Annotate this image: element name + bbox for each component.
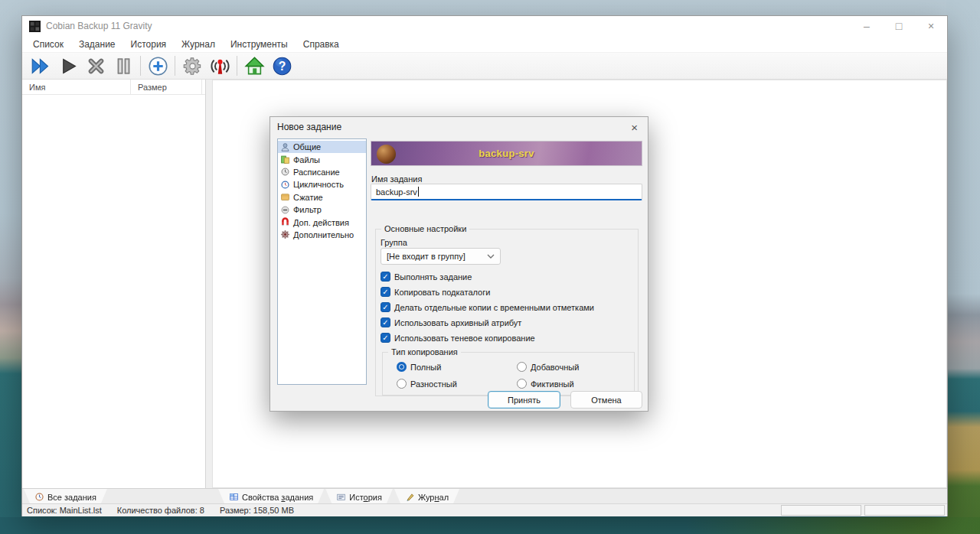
tab-log[interactable]: Журнал [394,489,459,503]
window-title: Cobian Backup 11 Gravity [46,21,851,31]
checkbox-shadow-copy[interactable]: Использовать теневое копирование [381,333,535,343]
pause-button[interactable] [109,54,137,77]
status-file-count: Количество файлов: 8 [117,506,204,515]
section-item-extra-actions[interactable]: Доп. действия [278,216,366,228]
task-banner: backup-srv [371,141,642,166]
toolbar-separator [237,56,237,76]
tab-task-properties[interactable]: Свойства задания [218,489,324,503]
help-button[interactable]: ? [268,54,296,77]
wallpaper-shore [0,517,980,534]
task-name-input[interactable]: backup-srv [371,184,642,200]
checkbox-archive-attribute[interactable]: Использовать архивный атрибут [381,317,521,327]
section-item-compression[interactable]: Сжатие [278,191,366,204]
double-play-icon [31,56,51,77]
tab-label: Все задания [47,493,96,502]
section-item-filter[interactable]: Фильтр [278,204,366,216]
gear-icon [182,56,203,77]
grid-icon [229,492,239,502]
bottom-tab-row: Все задания Свойства задания [22,488,947,503]
home-icon [244,56,265,77]
tab-history[interactable]: История [325,489,393,503]
files-icon [280,155,290,164]
status-list-name: Список: MainList.lst [27,506,102,515]
status-panels [781,505,945,516]
new-task-button[interactable] [144,54,172,77]
dialog-section-list[interactable]: Общие Файлы Расписание [277,138,367,385]
recurrence-icon [280,180,290,190]
banner-task-name: backup-srv [479,148,534,159]
menu-log[interactable]: Журнал [174,37,223,52]
accept-button[interactable]: Принять [488,391,560,409]
home-button[interactable] [240,54,268,77]
checkbox-run-task[interactable]: Выполнять задание [381,272,472,282]
menu-history[interactable]: История [123,37,175,52]
radio-dummy[interactable]: Фиктивный [517,379,626,389]
copy-type-group: Тип копирования Полный Добавочный Раз [382,352,635,396]
magnet-icon [280,217,290,227]
user-icon [280,142,290,152]
cancel-button[interactable]: Отмена [570,391,642,409]
filter-minus-icon [280,205,290,215]
section-item-advanced[interactable]: Дополнительно [278,229,366,241]
run-all-tasks-button[interactable] [27,54,54,77]
advanced-gear-icon [280,230,290,239]
radio-selected-icon [397,362,407,372]
radio-icon [397,379,407,389]
checkbox-checked-icon [381,287,390,297]
group-label: Группа [381,238,407,247]
section-item-schedule[interactable]: Расписание [278,166,366,178]
toolbar-separator [175,56,175,76]
checkbox-copy-subdirectories[interactable]: Копировать подкаталоги [381,287,490,297]
radio-icon [517,379,527,389]
task-name-value: backup-srv [376,187,417,197]
checkbox-checked-icon [381,317,390,327]
desktop-wallpaper: Cobian Backup 11 Gravity – □ × Список За… [0,0,980,534]
group-select[interactable]: [Не входит в группу] [381,248,501,265]
settings-button[interactable] [178,54,206,77]
task-list-header: Имя Размер [22,80,205,95]
radio-incremental[interactable]: Добавочный [517,362,626,372]
main-settings-legend: Основные настройки [381,224,469,233]
dialog-close-button[interactable]: × [628,121,641,134]
question-icon: ? [272,56,292,77]
menu-list[interactable]: Список [25,37,71,52]
copy-type-legend: Тип копирования [388,347,461,357]
radio-differential[interactable]: Разностный [397,379,517,389]
toolbar: ? [22,53,947,80]
menu-task[interactable]: Задание [71,37,123,52]
text-caret [418,187,419,197]
section-item-files[interactable]: Файлы [278,153,366,165]
task-list-panel[interactable]: Имя Размер [22,80,206,488]
abort-button[interactable] [82,54,109,77]
menu-bar: Список Задание История Журнал Инструмент… [22,36,947,53]
svg-text:?: ? [278,60,286,73]
tab-label: История [349,493,382,502]
radio-full[interactable]: Полный [397,362,517,372]
run-task-button[interactable] [54,54,82,77]
tab-all-tasks[interactable]: Все задания [24,489,107,503]
maximize-button[interactable]: □ [883,16,915,36]
section-item-general[interactable]: Общие [278,141,366,153]
status-bar: Список: MainList.lst Количество файлов: … [22,503,947,516]
checkbox-checked-icon [381,272,390,282]
clock-icon [34,492,44,502]
column-header-name[interactable]: Имя [22,80,131,94]
new-task-dialog: Новое задание × Общие Файлы [270,116,648,412]
section-item-recurrence[interactable]: Цикличность [278,178,366,190]
minimize-button[interactable]: – [851,16,883,36]
schedule-clock-icon [280,167,290,177]
play-icon [58,56,79,77]
checkbox-timestamped-copies[interactable]: Делать отдельные копии с временными отме… [381,302,594,312]
history-icon [336,492,346,502]
status-panel-empty [864,505,945,516]
close-button[interactable]: × [915,16,947,36]
remote-control-button[interactable] [206,54,234,77]
column-header-size[interactable]: Размер [131,80,202,94]
dialog-title-bar: Новое задание × [270,117,648,137]
title-bar: Cobian Backup 11 Gravity – □ × [22,16,947,36]
checkbox-checked-icon [381,302,390,312]
menu-help[interactable]: Справка [296,37,347,52]
wallpaper-right-strip [946,0,980,534]
menu-tools[interactable]: Инструменты [223,37,296,52]
app-logo-icon [29,21,41,32]
